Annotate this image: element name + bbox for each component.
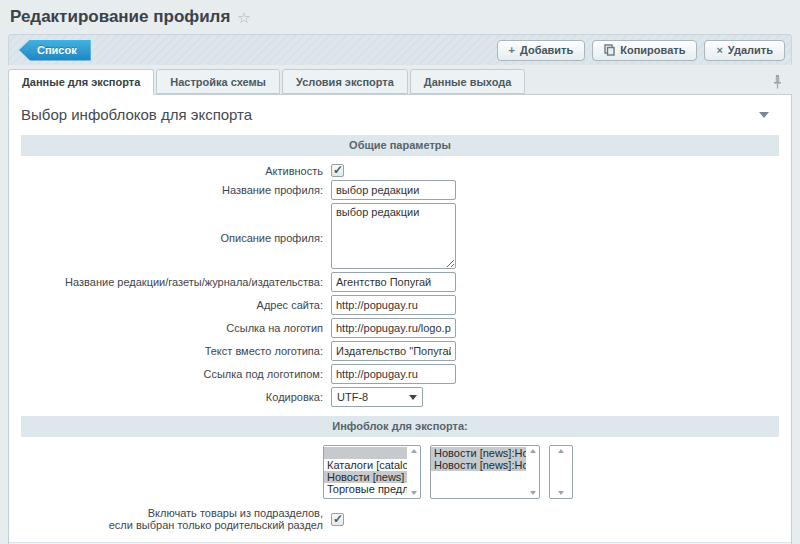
iblock-extra-listbox[interactable] [549,445,573,499]
activity-checkbox[interactable] [331,164,344,177]
copy-icon [604,44,615,56]
scrollbar[interactable] [526,446,539,498]
logo-text-input[interactable] [331,341,456,361]
admin-page: Редактирование профиля ☆ Список + Добави… [0,0,800,544]
copy-button-label: Копировать [620,44,685,56]
list-item[interactable]: Новости [news] [324,471,407,483]
site-address-label: Адрес сайта: [21,295,331,315]
encoding-select[interactable]: UTF-8 [331,387,423,407]
list-item[interactable] [324,447,407,459]
iblock-header: Инфоблок для экспорта: [21,416,779,437]
logo-link-label: Ссылка на логотип [21,318,331,338]
plus-icon: + [509,44,515,56]
field-row-logo-link: Ссылка на логотип [21,318,779,338]
tab-export-data[interactable]: Данные для экспорта [8,69,154,95]
field-row-site-address: Адрес сайта: [21,295,779,315]
profile-description-label: Описание профиля: [21,228,331,244]
scroll-up-icon[interactable] [411,449,417,453]
iblock-available-options: Каталоги [catalog] Новости [news] Торгов… [324,446,407,498]
list-item[interactable]: Новости [news]:Новости [7] [431,459,526,471]
add-button[interactable]: + Добавить [497,40,586,61]
scroll-up-icon[interactable] [558,449,564,453]
collapse-arrow-icon[interactable] [759,112,769,118]
form-content: Выбор инфоблоков для экспорта Общие пара… [8,94,792,542]
scroll-down-icon[interactable] [411,491,417,495]
publisher-name-label: Название редакции/газеты/журнала/издател… [21,272,331,292]
logo-url-input[interactable] [331,364,456,384]
favorite-star-icon[interactable]: ☆ [237,10,250,25]
general-params-header: Общие параметры [21,135,779,156]
pin-icon[interactable] [773,75,782,91]
field-row-publisher-name: Название редакции/газеты/журнала/издател… [21,272,779,292]
include-subsections-checkbox[interactable] [331,513,344,526]
tab-output-data[interactable]: Данные выхода [410,69,525,94]
toolbar: Список + Добавить Копировать × Удалить [8,34,792,65]
tabbar: Данные для экспорта Настройка схемы Усло… [8,69,792,94]
copy-button[interactable]: Копировать [592,40,697,61]
iblock-lists: Каталоги [catalog] Новости [news] Торгов… [323,445,779,499]
field-row-profile-name: Название профиля: [21,180,779,200]
iblock-chosen-listbox[interactable]: Новости [news]:Новости [1] Новости [news… [430,445,540,499]
logo-text-label: Текст вместо логотипа: [21,341,331,361]
iblock-chosen-options: Новости [news]:Новости [1] Новости [news… [431,446,526,498]
list-item[interactable]: Новости [news]:Новости [1] [431,447,526,459]
delete-button-label: Удалить [728,44,773,56]
titlebar: Редактирование профиля ☆ [8,5,792,34]
include-subsections-label-line1: Включать товары из подразделов, [21,507,323,519]
list-item[interactable]: Каталоги [catalog] [324,459,407,471]
scroll-down-icon[interactable] [558,491,564,495]
profile-name-label: Название профиля: [21,180,331,200]
field-row-logo-url: Ссылка под логотипом: [21,364,779,384]
chevron-down-icon [409,395,417,400]
field-row-activity: Активность [21,164,779,177]
iblock-available-listbox[interactable]: Каталоги [catalog] Новости [news] Торгов… [323,445,421,499]
encoding-select-value: UTF-8 [337,391,368,403]
field-row-encoding: Кодировка: UTF-8 [21,387,779,407]
include-subsections-label: Включать товары из подразделов, если выб… [21,507,331,531]
form-area: Общие параметры Активность Название проф… [9,133,791,542]
profile-description-textarea[interactable]: выбор редакции [331,203,456,269]
field-row-include-subsections: Включать товары из подразделов, если выб… [21,507,779,531]
scrollbar[interactable] [550,446,572,498]
delete-button[interactable]: × Удалить [704,40,785,61]
publisher-name-input[interactable] [331,272,456,292]
profile-name-input[interactable] [331,180,456,200]
logo-url-label: Ссылка под логотипом: [21,364,331,384]
encoding-label: Кодировка: [21,387,331,407]
tab-scheme-settings[interactable]: Настройка схемы [156,69,280,94]
x-icon: × [716,44,722,56]
tab-export-conditions[interactable]: Условия экспорта [282,69,408,94]
activity-label: Активность [21,165,331,177]
scrollbar[interactable] [407,446,420,498]
field-row-logo-text: Текст вместо логотипа: [21,341,779,361]
back-to-list-button[interactable]: Список [19,40,91,61]
toolbar-actions: + Добавить Копировать × Удалить [497,40,785,61]
section-head: Выбор инфоблоков для экспорта [9,95,791,133]
list-item[interactable]: Торговые предложения [offers] [324,483,407,495]
add-button-label: Добавить [520,44,573,56]
include-subsections-label-line2: если выбран только родительский раздел [21,519,323,531]
field-row-profile-description: Описание профиля: выбор редакции [21,203,779,269]
page-title: Редактирование профиля [10,7,230,27]
site-address-input[interactable] [331,295,456,315]
section-title: Выбор инфоблоков для экспорта [21,106,252,123]
scroll-up-icon[interactable] [530,449,536,453]
logo-link-input[interactable] [331,318,456,338]
scroll-down-icon[interactable] [530,491,536,495]
